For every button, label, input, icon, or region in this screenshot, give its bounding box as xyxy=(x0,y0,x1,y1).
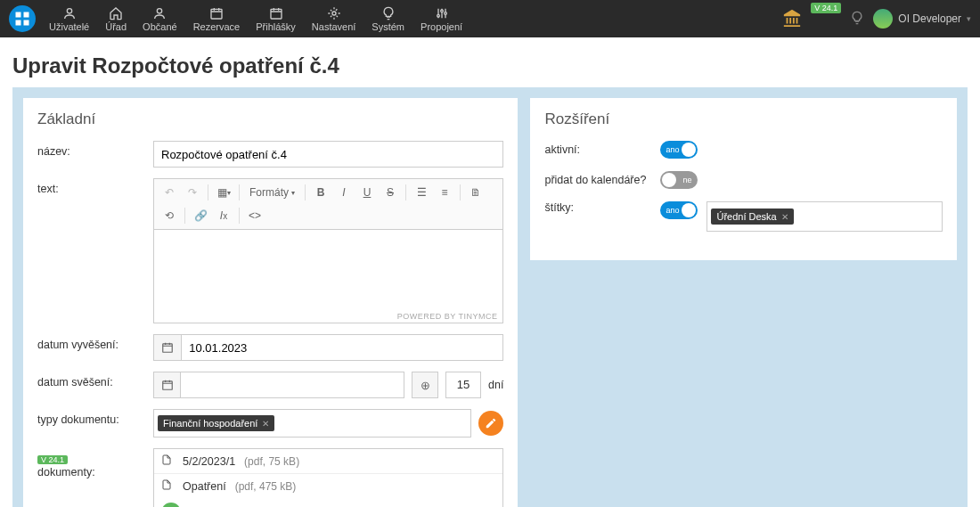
underline-button[interactable]: U xyxy=(356,182,378,203)
nav-label: Propojení xyxy=(421,21,462,32)
undo-button[interactable]: ↶ xyxy=(159,182,180,203)
doc-type-tag: Finanční hospodaření ✕ xyxy=(158,415,274,431)
document-row[interactable]: Opatření(pdf, 475 kB) xyxy=(154,474,502,498)
svg-rect-13 xyxy=(162,381,172,389)
date-post-input[interactable] xyxy=(181,334,503,361)
days-value[interactable]: 15 xyxy=(445,372,481,398)
nav-label: Přihlášky xyxy=(256,21,296,32)
name-label: název: xyxy=(37,141,153,158)
calendar-toggle[interactable]: ne xyxy=(660,171,698,189)
active-toggle[interactable]: ano xyxy=(660,141,698,159)
user-menu[interactable]: OI Developer ▾ xyxy=(873,9,971,29)
svg-rect-7 xyxy=(271,9,282,19)
edit-doc-types-button[interactable] xyxy=(478,411,503,436)
docs-label: dokumenty: xyxy=(37,466,95,478)
strike-button[interactable]: S xyxy=(380,182,401,203)
nav-label: Úřad xyxy=(105,21,127,32)
panel-extended: Rozšíření aktivní: ano přidat do kalendá… xyxy=(530,98,957,260)
top-nav: UživateléÚřadObčanéRezervacePřihláškyNas… xyxy=(0,0,980,37)
italic-button[interactable]: I xyxy=(333,182,355,203)
code-button[interactable]: <> xyxy=(244,205,265,226)
user-icon xyxy=(152,5,167,21)
gear-icon xyxy=(327,5,341,21)
date-remove-label: datum svěšení: xyxy=(37,372,153,388)
svg-rect-1 xyxy=(24,12,29,18)
date-post-label: datum vyvěšení: xyxy=(37,334,153,351)
file-icon xyxy=(161,454,174,469)
editor-body[interactable] xyxy=(154,230,502,310)
svg-rect-6 xyxy=(211,9,222,19)
nav-item-systém[interactable]: Systém xyxy=(372,5,404,32)
doc-types-label: typy dokumentu: xyxy=(37,409,153,426)
calendar-icon[interactable] xyxy=(153,334,181,361)
docs-badge: V 24.1 xyxy=(37,455,68,464)
date-remove-input[interactable] xyxy=(180,372,404,398)
editor-footer: POWERED BY TINYMCE xyxy=(154,310,502,323)
tags-toggle[interactable]: ano xyxy=(660,201,698,219)
user-name: OI Developer xyxy=(898,12,961,25)
nav-item-uživatelé[interactable]: Uživatelé xyxy=(49,5,89,32)
svg-point-11 xyxy=(444,12,446,15)
version-badge: V 24.1 xyxy=(811,3,841,13)
avatar xyxy=(873,9,893,29)
basic-heading: Základní xyxy=(37,110,503,128)
doc-button[interactable]: 🗎 xyxy=(465,182,486,203)
bulb-icon xyxy=(381,5,396,21)
text-button[interactable]: Ix xyxy=(213,205,234,226)
name-input[interactable] xyxy=(153,141,503,168)
link-button[interactable]: 🔗 xyxy=(190,205,211,226)
days-label: dní xyxy=(488,379,503,391)
doc-meta: (pdf, 475 kB) xyxy=(235,480,297,493)
svg-rect-2 xyxy=(16,20,21,26)
bullets-button[interactable]: ☰ xyxy=(411,182,432,203)
svg-point-8 xyxy=(332,12,336,15)
nav-item-úřad[interactable]: Úřad xyxy=(105,5,127,32)
panel-basic: Základní název: text: ↶ ↷ ▦▾ xyxy=(23,98,518,507)
plus-icon: + xyxy=(161,503,181,507)
nav-item-občané[interactable]: Občané xyxy=(143,5,177,32)
doc-name: 5/2/2023/1 xyxy=(183,455,235,468)
calendar-icon[interactable] xyxy=(153,372,180,398)
nav-item-rezervace[interactable]: Rezervace xyxy=(193,5,241,32)
svg-rect-0 xyxy=(16,12,21,18)
tags-field[interactable]: Úřední Deska ✕ xyxy=(706,201,943,232)
nav-label: Rezervace xyxy=(193,21,241,32)
chevron-down-icon: ▾ xyxy=(967,14,971,23)
bold-button[interactable]: B xyxy=(310,182,331,203)
attach-button[interactable]: ⟲ xyxy=(159,205,180,226)
home-icon xyxy=(109,5,123,21)
ext-heading: Rozšíření xyxy=(544,110,943,128)
document-row[interactable]: 5/2/2023/1(pdf, 75 kB) xyxy=(154,449,502,474)
plus-addon[interactable]: ⊕ xyxy=(412,372,438,398)
nav-label: Nastavení xyxy=(312,21,356,32)
nav-item-nastavení[interactable]: Nastavení xyxy=(312,5,356,32)
rich-text-editor: ↶ ↷ ▦▾ Formáty▾ B I U S ☰ xyxy=(153,178,503,323)
user-icon xyxy=(62,5,77,21)
calendar-icon xyxy=(209,5,224,21)
numbers-button[interactable]: ≡ xyxy=(434,182,455,203)
app-logo[interactable] xyxy=(9,5,36,32)
tag-item: Úřední Deska ✕ xyxy=(711,209,793,225)
table-button[interactable]: ▦▾ xyxy=(213,182,234,203)
remove-tag-icon[interactable]: ✕ xyxy=(262,419,269,429)
doc-name: Opatření xyxy=(183,480,226,493)
sliders-icon xyxy=(435,5,449,21)
nav-item-přihlášky[interactable]: Přihlášky xyxy=(256,5,296,32)
nav-label: Systém xyxy=(372,21,404,32)
text-label: text: xyxy=(37,178,153,195)
add-files-button[interactable]: + přidat soubory xyxy=(154,498,502,507)
svg-rect-3 xyxy=(24,20,29,26)
svg-point-10 xyxy=(440,10,443,12)
formats-button[interactable]: Formáty▾ xyxy=(244,182,300,203)
remove-tag-icon[interactable]: ✕ xyxy=(781,212,788,222)
bank-icon[interactable] xyxy=(782,8,802,30)
redo-button[interactable]: ↷ xyxy=(182,182,203,203)
hint-bulb-icon[interactable] xyxy=(850,11,864,28)
svg-point-5 xyxy=(158,9,162,13)
calendar-icon xyxy=(269,5,283,21)
nav-item-propojení[interactable]: Propojení xyxy=(421,5,462,32)
documents-list: 5/2/2023/1(pdf, 75 kB)Opatření(pdf, 475 … xyxy=(153,448,503,507)
doc-meta: (pdf, 75 kB) xyxy=(244,455,299,468)
tags-label: štítky: xyxy=(544,201,660,214)
doc-types-field[interactable]: Finanční hospodaření ✕ xyxy=(153,409,471,437)
